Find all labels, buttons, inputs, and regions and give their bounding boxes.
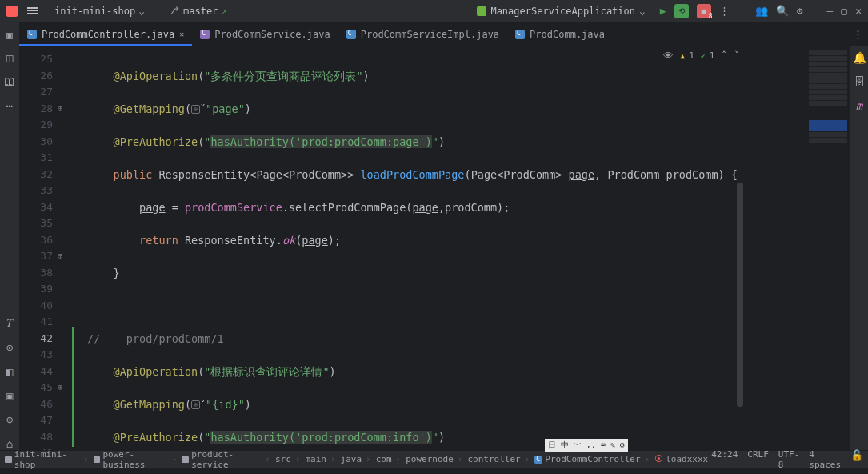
structure-tool-icon[interactable]: ◫ <box>6 51 13 64</box>
warning-count[interactable]: 1 <box>680 50 694 61</box>
crumb[interactable]: product-service› <box>182 449 272 470</box>
tab-label: ProdCommServiceImpl.java <box>361 29 499 40</box>
url-inlay-icon[interactable]: ⊕ <box>191 400 200 409</box>
crumb[interactable]: main› <box>305 454 337 464</box>
search-icon[interactable]: 🔍 <box>776 5 789 17</box>
status-bar-right: 42:24 CRLF UTF-8 4 spaces 🔓 <box>711 449 863 470</box>
project-name: init-mini-shop <box>54 6 135 17</box>
push-arrow-icon: ↗ <box>222 6 226 15</box>
gutter-override-icon[interactable]: ⊕ <box>58 248 72 265</box>
map-page: page <box>212 102 238 115</box>
crumb[interactable]: controller› <box>467 454 531 464</box>
code-with-me-icon[interactable]: 👥 <box>755 5 768 17</box>
auth-page: hasAuthority('prod:prodComm:page') <box>210 135 431 148</box>
chevron-down-icon: ⌄ <box>138 5 145 17</box>
inspection-widget[interactable]: 👁 1 1 ˆˇ <box>663 50 740 62</box>
caret-position[interactable]: 42:24 <box>711 449 738 470</box>
crumb[interactable]: powernode› <box>406 454 464 464</box>
gutter-override-icon[interactable]: ⊕ <box>58 380 72 396</box>
run-config-name: ManagerServiceApplication <box>490 6 635 17</box>
stop-button[interactable]: ◼ <box>697 4 711 18</box>
left-tool-stripe: ◫ 🕮 ⋯ 𝑇 ⊙ ◧ ▣ ⊕ ⌂ <box>0 46 19 450</box>
settings-icon[interactable]: ⚙ <box>797 5 803 17</box>
api-op-page: 多条件分页查询商品评论列表 <box>210 70 356 82</box>
maximize-icon[interactable]: ▢ <box>841 5 847 17</box>
vcs-branch-widget[interactable]: ⎇master↗ <box>161 2 233 19</box>
crumb[interactable]: init-mini-shop› <box>5 449 90 470</box>
class-icon <box>534 456 542 464</box>
more-actions-icon[interactable]: ⋮ <box>719 5 730 17</box>
close-icon[interactable]: ✕ <box>855 5 862 17</box>
debug-button[interactable]: ⟲ <box>674 4 689 18</box>
java-class-icon <box>346 30 356 39</box>
indent-info[interactable]: 4 spaces <box>809 449 841 470</box>
readonly-lock-icon[interactable]: 🔓 <box>850 449 863 470</box>
vcs-change-bar <box>72 46 74 450</box>
gutter-override-icon[interactable]: ⊕ <box>58 101 72 118</box>
tool-icon-c[interactable]: ◧ <box>6 365 13 378</box>
crumb[interactable]: ⦿loadxxxx <box>654 454 708 464</box>
breadcrumbs-bar: init-mini-shop› power-business› product-… <box>0 450 868 468</box>
map-id: {id} <box>212 398 238 411</box>
run-button[interactable]: ▶ <box>660 5 666 17</box>
project-tool-icon[interactable]: ▣ <box>6 29 13 41</box>
tool-icon-d[interactable]: ▣ <box>6 389 13 402</box>
tab-prodcommcontroller[interactable]: ProdCommController.java✕ <box>19 22 192 46</box>
branch-icon: ⎇ <box>167 5 179 17</box>
java-interface-icon <box>200 30 210 39</box>
right-tool-stripe: 🔔 🗄 m <box>850 46 868 450</box>
ide-logo-icon <box>6 6 18 17</box>
java-class-icon <box>515 30 525 39</box>
crumb[interactable]: com› <box>376 454 403 464</box>
main-menu-button[interactable] <box>27 7 38 14</box>
code-area[interactable]: @ApiOperation("多条件分页查询商品评论列表") @GetMappi… <box>81 46 806 450</box>
weak-warning-count[interactable]: 1 <box>701 50 714 61</box>
branch-name: master <box>183 6 218 17</box>
eye-icon[interactable]: 👁 <box>663 50 674 62</box>
editor[interactable]: 2526272829303132333435363738394041424344… <box>19 46 806 450</box>
run-config-selector[interactable]: ManagerServiceApplication ⌄ <box>470 3 651 18</box>
line-numbers: 2526272829303132333435363738394041424344… <box>19 46 58 450</box>
crumb[interactable]: ProdCommController› <box>534 454 651 464</box>
close-tab-icon[interactable]: ✕ <box>179 30 184 38</box>
minimap[interactable] <box>806 46 850 450</box>
tab-label: ProdComm.java <box>530 29 605 40</box>
notifications-icon[interactable]: 🔔 <box>853 51 866 64</box>
auth-info: hasAuthority('prod:prodComm:info') <box>210 431 431 444</box>
folder-icon <box>94 456 101 463</box>
project-selector[interactable]: init-mini-shop ⌄ <box>48 2 151 19</box>
crumb[interactable]: power-business› <box>94 449 179 470</box>
spring-boot-icon <box>477 6 486 16</box>
gutter-icons: ⊕⊕⊕ <box>58 46 72 450</box>
editor-tabs: ProdCommController.java✕ ProdCommService… <box>0 22 868 46</box>
scrollbar[interactable] <box>737 183 743 407</box>
method-loadpage: loadProdCommPage <box>360 168 464 181</box>
java-class-icon <box>27 30 37 39</box>
crumb[interactable]: src› <box>275 454 302 464</box>
bookmarks-tool-icon[interactable]: 🕮 <box>4 75 15 88</box>
url-inlay-icon[interactable]: ⊕ <box>191 105 200 114</box>
folder-icon <box>182 456 189 463</box>
tab-options-icon[interactable]: ⋮ <box>853 28 863 40</box>
ime-text: 日 中 ﹀ ,. ⌨ ✎ ⚙ <box>548 440 625 451</box>
line-separator[interactable]: CRLF <box>747 449 769 470</box>
ime-indicator[interactable]: 日 中 ﹀ ,. ⌨ ✎ ⚙ <box>545 439 628 452</box>
tool-icon-b[interactable]: ⊙ <box>6 341 13 354</box>
tool-icon-e[interactable]: ⊕ <box>6 413 13 426</box>
maven-tool-icon[interactable]: m <box>856 99 862 112</box>
tool-icon-a[interactable]: 𝑇 <box>6 316 13 330</box>
minimize-icon[interactable]: — <box>827 5 834 17</box>
tab-prodcomm[interactable]: ProdComm.java <box>507 22 613 46</box>
file-encoding[interactable]: UTF-8 <box>778 449 800 470</box>
chevron-icon[interactable]: ˆ <box>721 50 727 62</box>
tab-label: ProdCommController.java <box>42 29 174 40</box>
tab-prodcommserviceimpl[interactable]: ProdCommServiceImpl.java <box>338 22 507 46</box>
tab-label: ProdCommService.java <box>214 29 330 40</box>
tab-prodcommservice[interactable]: ProdCommService.java <box>192 22 338 46</box>
database-tool-icon[interactable]: 🗄 <box>854 75 865 88</box>
crumb[interactable]: java› <box>341 454 373 464</box>
more-tools-icon[interactable]: ⋯ <box>6 99 13 112</box>
chevron-icon[interactable]: ˇ <box>734 50 740 62</box>
api-op-info: 根据标识查询评论详情 <box>210 365 322 378</box>
chevron-down-icon: ⌄ <box>639 5 646 17</box>
